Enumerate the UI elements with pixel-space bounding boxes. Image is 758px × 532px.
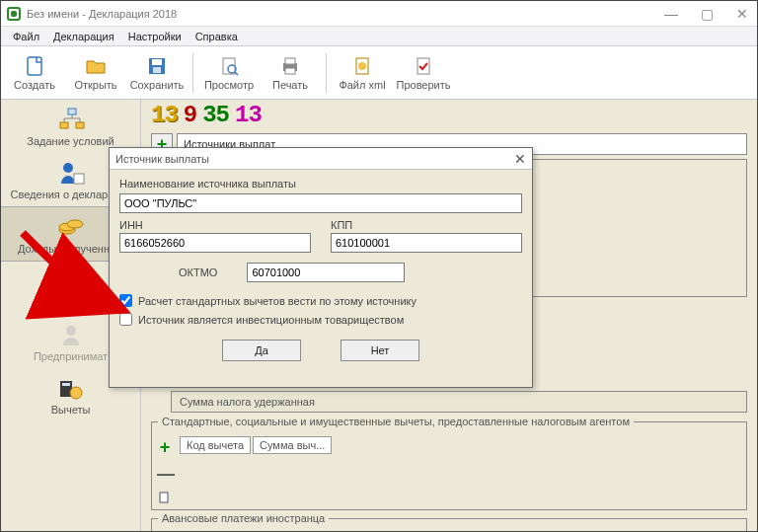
- create-button[interactable]: Создать: [7, 50, 62, 96]
- menubar: Файл Декларация Настройки Справка: [1, 27, 757, 46]
- menu-file[interactable]: Файл: [7, 29, 45, 44]
- dialog-title: Источник выплаты: [115, 153, 209, 165]
- dialog-close-button[interactable]: ✕: [514, 151, 526, 167]
- col-sum[interactable]: Сумма выч...: [253, 436, 332, 454]
- svg-line-6: [235, 72, 238, 75]
- deductions-title: Стандартные, социальные и имущественные …: [158, 416, 634, 427]
- std-checkbox-row[interactable]: Расчет стандартных вычетов вести по этом…: [119, 294, 522, 307]
- deductions-groupbox: Стандартные, социальные и имущественные …: [151, 421, 747, 510]
- printer-icon: [279, 55, 301, 77]
- rate-9[interactable]: 9: [184, 102, 196, 128]
- svg-rect-12: [417, 58, 429, 74]
- sidebar-item-conditions[interactable]: Задание условий: [1, 100, 140, 153]
- menu-help[interactable]: Справка: [190, 29, 244, 44]
- rate-13[interactable]: 13: [151, 102, 178, 128]
- add-row-button[interactable]: +: [157, 437, 173, 458]
- folder-open-icon: [85, 55, 107, 77]
- svg-rect-2: [152, 59, 162, 65]
- svg-rect-23: [62, 383, 70, 386]
- svg-rect-0: [28, 57, 41, 75]
- save-icon: [146, 55, 168, 77]
- svg-point-24: [70, 387, 82, 399]
- titlebar: Без имени - Декларация 2018 — ▢ ✕: [1, 1, 757, 27]
- check-icon: [413, 55, 434, 77]
- check-button[interactable]: Проверить: [396, 50, 451, 96]
- source-name-input[interactable]: [119, 193, 522, 213]
- money-bag-icon: [56, 267, 86, 295]
- person-icon: [56, 159, 86, 187]
- list-side-buttons: + —: [157, 437, 173, 504]
- inv-checkbox[interactable]: [119, 313, 132, 326]
- conditions-icon: [56, 106, 86, 133]
- app-window: Без имени - Декларация 2018 — ▢ ✕ Файл Д…: [0, 0, 758, 532]
- std-checkbox[interactable]: [119, 294, 132, 307]
- maximize-button[interactable]: ▢: [698, 5, 716, 23]
- open-button[interactable]: Открыть: [68, 50, 123, 96]
- minimize-button[interactable]: —: [662, 5, 680, 23]
- inv-checkbox-row[interactable]: Источник является инвестиционным товарищ…: [119, 313, 522, 326]
- preview-button[interactable]: Просмотр: [201, 50, 257, 96]
- advance-title: Авансовые платежи иностранца: [158, 512, 329, 524]
- menu-declaration[interactable]: Декларация: [47, 29, 120, 44]
- file-new-icon: [24, 55, 45, 77]
- svg-rect-25: [160, 493, 168, 502]
- svg-rect-3: [153, 67, 161, 73]
- close-button[interactable]: ✕: [733, 5, 751, 23]
- svg-rect-17: [74, 174, 84, 184]
- preview-icon: [218, 55, 240, 77]
- svg-rect-8: [285, 58, 295, 64]
- separator: [326, 53, 327, 93]
- col-code[interactable]: Код вычета: [180, 436, 251, 454]
- save-button[interactable]: Сохранить: [129, 50, 185, 96]
- svg-rect-9: [285, 68, 295, 74]
- menu-settings[interactable]: Настройки: [122, 29, 188, 44]
- coins-icon: [56, 213, 86, 241]
- dialog-yes-button[interactable]: Да: [222, 340, 301, 361]
- svg-rect-13: [68, 109, 76, 114]
- svg-rect-14: [60, 122, 68, 128]
- svg-point-21: [66, 326, 76, 336]
- advance-groupbox: Авансовые платежи иностранца Сумма фикси…: [151, 518, 747, 531]
- toolbar: Создать Открыть Сохранить Просмотр Печат…: [1, 46, 757, 100]
- svg-point-16: [63, 163, 73, 173]
- svg-rect-15: [76, 122, 84, 128]
- source-dialog: Источник выплаты ✕ Наименование источник…: [109, 147, 533, 388]
- dialog-no-button[interactable]: Нет: [341, 340, 419, 361]
- inn-input[interactable]: [119, 233, 311, 253]
- app-icon: [7, 7, 21, 21]
- svg-point-11: [358, 62, 366, 70]
- svg-point-20: [67, 220, 83, 228]
- inn-label: ИНН: [119, 219, 311, 231]
- deductions-icon: [56, 374, 86, 402]
- rate-35[interactable]: 35: [202, 102, 229, 128]
- entrepreneur-icon: [56, 321, 86, 348]
- filexml-button[interactable]: Файл xml: [335, 50, 390, 96]
- kpp-input[interactable]: [331, 233, 522, 253]
- tax-rate-tabs: 13 9 35 13: [151, 102, 262, 128]
- separator: [192, 53, 193, 93]
- print-button[interactable]: Печать: [263, 50, 318, 96]
- oktmo-input[interactable]: [247, 263, 405, 282]
- edit-row-button[interactable]: [157, 491, 173, 504]
- window-title: Без имени - Декларация 2018: [27, 8, 177, 20]
- remove-row-button[interactable]: —: [157, 464, 173, 485]
- rate-13-alt[interactable]: 13: [235, 102, 262, 128]
- kpp-label: КПП: [331, 219, 522, 231]
- oktmo-label: ОКТМО: [179, 266, 217, 278]
- tax-withheld-row: Сумма налога удержанная: [171, 391, 747, 413]
- dialog-titlebar: Источник выплаты ✕: [110, 148, 532, 170]
- xml-file-icon: [351, 55, 373, 77]
- source-name-label: Наименование источника выплаты: [119, 178, 522, 190]
